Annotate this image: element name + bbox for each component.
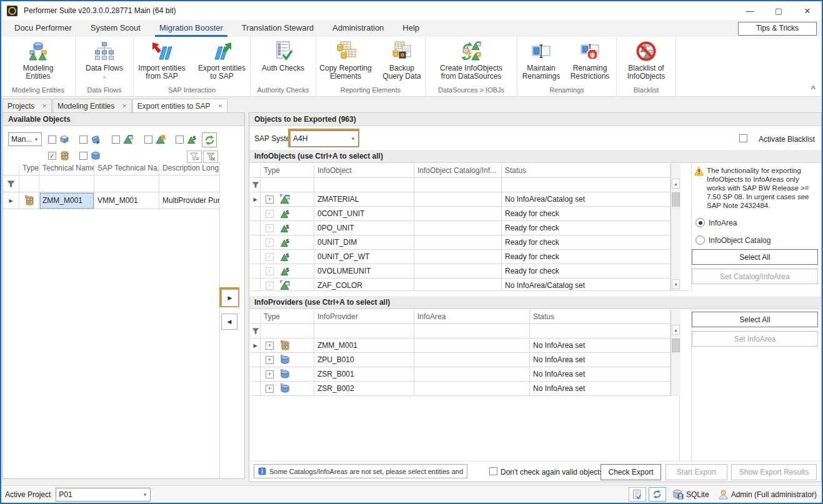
expand-icon[interactable]: + — [266, 370, 274, 378]
filter-cell[interactable] — [314, 178, 414, 192]
cell-status[interactable]: No InfoArea set — [530, 382, 671, 396]
cell-catalog[interactable] — [414, 221, 502, 235]
cell-technical-name[interactable]: ZMM_M001 — [39, 192, 94, 209]
menu-tab-docu-performer[interactable]: Docu Performer — [5, 20, 81, 37]
cell-infoobject[interactable]: 0VOLUMEUNIT — [314, 264, 414, 279]
tab-modeling-entities[interactable]: Modeling Entities ✕ — [52, 99, 132, 113]
cell-infoprovider[interactable]: ZMM_M001 — [314, 338, 414, 353]
move-right-button[interactable]: ▶ — [221, 289, 239, 307]
refresh-button[interactable] — [202, 132, 217, 147]
menu-tab-migration-booster[interactable]: Migration Booster — [150, 20, 232, 37]
filter-cell[interactable] — [19, 175, 39, 192]
cell-infoobject[interactable]: 0CONT_UNIT — [314, 207, 414, 221]
table-row[interactable]: + ZSR_B001 No InfoArea set — [251, 367, 689, 382]
cell-infoobject[interactable]: ZAF_COLOR — [314, 279, 414, 291]
show-export-results-button[interactable]: Show Export Results — [731, 464, 817, 480]
cell-catalog[interactable] — [414, 235, 502, 250]
table-row[interactable]: + $ 0PO_UNIT Ready for check — [251, 221, 689, 235]
import-entities-button[interactable]: Import entities from SAP — [132, 39, 191, 82]
renaming-restrictions-button[interactable]: Renaming Restrictions — [565, 39, 615, 82]
check-export-button[interactable]: Check Export — [601, 464, 661, 480]
ribbon-collapse-icon[interactable]: ^ — [811, 84, 816, 93]
expand-icon[interactable]: + — [266, 239, 274, 247]
cell-status[interactable]: Ready for check — [502, 235, 671, 250]
manager-filter-dropdown[interactable]: Man... ▾ — [8, 132, 42, 146]
cell-infoarea[interactable] — [414, 382, 530, 396]
filter-multiprovider-checkbox[interactable]: ✓ — [48, 152, 56, 160]
set-infoarea-button[interactable]: Set InfoArea — [692, 331, 818, 347]
col-type[interactable]: Type — [261, 310, 314, 324]
table-row[interactable]: + ZAF_COLOR No InfoArea/Catalog set ▼ — [251, 279, 689, 291]
filter-characteristic2-checkbox[interactable] — [144, 136, 152, 144]
col-type[interactable]: Type — [261, 164, 314, 178]
cell-infoprovider[interactable]: ZPU_B010 — [314, 353, 414, 367]
cell-sap-technical-name[interactable]: VMM_M001 — [94, 192, 159, 209]
activate-blacklist-checkbox[interactable] — [739, 134, 747, 142]
close-button[interactable]: ✕ — [793, 1, 822, 20]
col-technical-name[interactable]: Technical Name — [39, 161, 94, 175]
expand-icon[interactable]: + — [266, 385, 274, 393]
dont-check-again-checkbox[interactable] — [489, 467, 497, 475]
col-infoprovider[interactable]: InfoProvider — [314, 310, 414, 324]
scroll-up-icon[interactable]: ▲ — [672, 325, 680, 335]
filter-cell[interactable] — [414, 178, 502, 192]
filter-dso-checkbox[interactable] — [79, 152, 87, 160]
col-description-long[interactable]: Description Long — [159, 161, 219, 175]
col-sap-technical-name[interactable]: SAP Technical Na... — [94, 161, 159, 175]
table-row[interactable]: + $ 0UNIT_DIM Ready for check — [251, 235, 689, 250]
table-row[interactable]: + $ 0VOLUMEUNIT Ready for check — [251, 264, 689, 279]
cell-status[interactable]: No InfoArea/Catalog set — [502, 279, 671, 291]
maintain-renamings-button[interactable]: Maintain Renamings — [519, 39, 564, 82]
filter-cell[interactable] — [314, 324, 414, 338]
sync-button[interactable] — [649, 487, 666, 502]
scroll-up-icon[interactable]: ▲ — [672, 179, 680, 189]
filter-cell[interactable] — [94, 175, 159, 192]
filter-cell[interactable] — [261, 324, 314, 338]
col-type[interactable]: Type — [19, 161, 39, 175]
cell-status[interactable]: No InfoArea/Catalog set — [502, 192, 671, 207]
col-infoobject[interactable]: InfoObject — [314, 164, 414, 178]
backup-query-data-button[interactable]: Backup Query Data — [377, 39, 426, 82]
sap-system-dropdown[interactable]: A4H ▾ — [290, 131, 359, 147]
auth-checks-button[interactable]: Auth Checks — [256, 39, 310, 74]
cell-infoarea[interactable] — [414, 353, 530, 367]
menu-tab-translation-steward[interactable]: Translation Steward — [232, 20, 323, 37]
copy-reporting-elements-button[interactable]: Copy Reporting Elements — [315, 39, 376, 82]
filter-dso-adv-checkbox[interactable] — [79, 136, 87, 144]
move-left-button[interactable]: ◀ — [221, 314, 237, 330]
maximize-button[interactable]: ▢ — [764, 1, 793, 20]
cell-status[interactable]: No InfoArea set — [530, 367, 671, 382]
report-log-button[interactable] — [629, 487, 646, 502]
col-status[interactable]: Status — [530, 310, 671, 324]
data-flows-button[interactable]: Data Flows ⌄ — [81, 39, 128, 79]
tips-and-tricks-button[interactable]: Tips & Tricks — [738, 22, 817, 36]
create-infoobjects-button[interactable]: Create InfoObjects from DataSources — [432, 39, 511, 82]
expand-icon[interactable]: + — [266, 253, 274, 261]
tab-export-entities-to-sap[interactable]: Export entities to SAP ✕ — [132, 99, 227, 113]
blacklist-infoobjects-button[interactable]: Blacklist of InfoObjects — [622, 39, 670, 82]
expand-icon[interactable]: + — [266, 195, 274, 204]
table-row[interactable]: ▶ + ZMM_M001 No InfoArea set — [251, 338, 689, 353]
set-catalog-infoarea-button[interactable]: Set Catalog/InfoArea — [692, 269, 818, 284]
modeling-entities-button[interactable]: Modeling Entities — [19, 39, 57, 82]
cell-status[interactable]: No InfoArea set — [530, 353, 671, 367]
menu-tab-system-scout[interactable]: System Scout — [81, 20, 150, 37]
filter-cell[interactable] — [159, 175, 219, 192]
cell-status[interactable]: Ready for check — [502, 221, 671, 235]
filter-keyfigure-checkbox[interactable] — [176, 136, 184, 144]
cell-infoobject[interactable]: 0UNIT_OF_WT — [314, 250, 414, 264]
cell-infoobject[interactable]: 0PO_UNIT — [314, 221, 414, 235]
col-infoobject-catalog[interactable]: InfoObject Catalog/Inf... — [414, 164, 502, 178]
expand-icon[interactable]: + — [266, 224, 274, 232]
radio-infoarea-option[interactable]: InfoArea — [692, 210, 820, 227]
table-row[interactable]: + ZSR_B002 No InfoArea set — [251, 382, 689, 396]
cell-catalog[interactable] — [414, 192, 502, 207]
cell-infoprovider[interactable]: ZSR_B002 — [314, 382, 414, 396]
table-row[interactable]: + $ 0UNIT_OF_WT Ready for check — [251, 250, 689, 264]
cell-catalog[interactable] — [414, 250, 502, 264]
cell-description[interactable]: MultiProvider Purc... — [159, 192, 219, 209]
table-row[interactable]: + ZPU_B010 No InfoArea set — [251, 353, 689, 367]
cell-infoobject[interactable]: ZMATERIAL — [314, 192, 414, 207]
cell-infoarea[interactable] — [414, 367, 530, 382]
start-export-button[interactable]: Start Export — [666, 464, 727, 480]
